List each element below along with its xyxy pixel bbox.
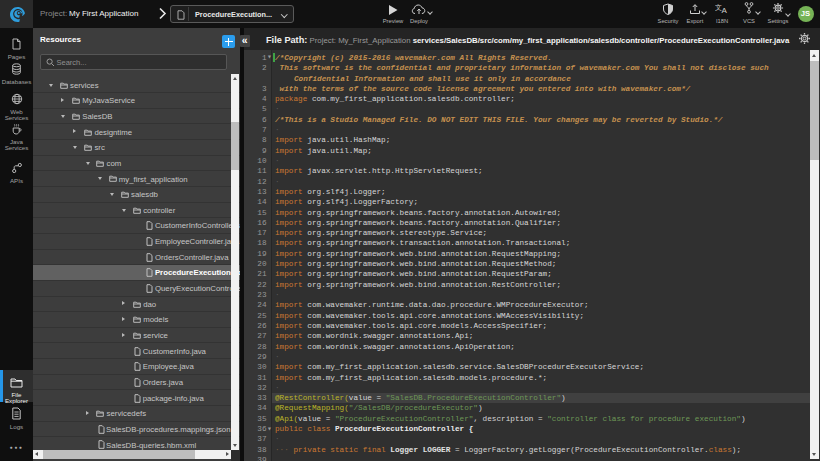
svg-text:A: A bbox=[722, 6, 728, 14]
